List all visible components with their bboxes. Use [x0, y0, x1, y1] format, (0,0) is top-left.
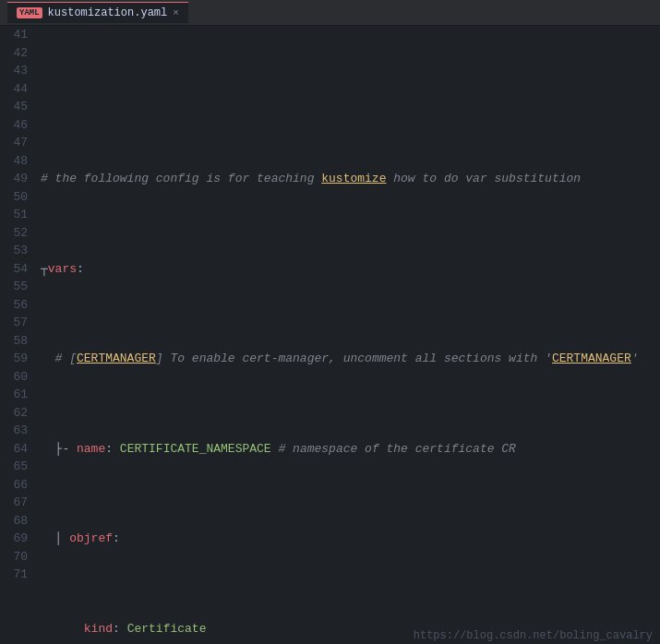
- footer-url: https://blog.csdn.net/boling_cavalry: [406, 627, 660, 644]
- title-bar: YAML kustomization.yaml ×: [0, 0, 660, 26]
- code-content: # the following config is for teaching k…: [37, 26, 660, 644]
- line-44: # [CERTMANAGER] To enable cert-manager, …: [41, 350, 660, 368]
- line-numbers: 41 42 43 44 45 46 47 48 49 50 51 52 53 5…: [0, 26, 37, 644]
- file-tab[interactable]: YAML kustomization.yaml ×: [7, 2, 188, 23]
- yaml-badge: YAML: [17, 7, 42, 18]
- line-42: # the following config is for teaching k…: [41, 170, 660, 188]
- code-area: 41 42 43 44 45 46 47 48 49 50 51 52 53 5…: [0, 26, 660, 644]
- line-45: ├- name: CERTIFICATE_NAMESPACE # namespa…: [41, 440, 660, 459]
- line-46: │ objref:: [41, 530, 660, 548]
- line-43: ┬vars:: [41, 260, 660, 279]
- line-41: [41, 80, 660, 99]
- tab-label: kustomization.yaml: [48, 6, 168, 19]
- close-tab-button[interactable]: ×: [173, 7, 179, 18]
